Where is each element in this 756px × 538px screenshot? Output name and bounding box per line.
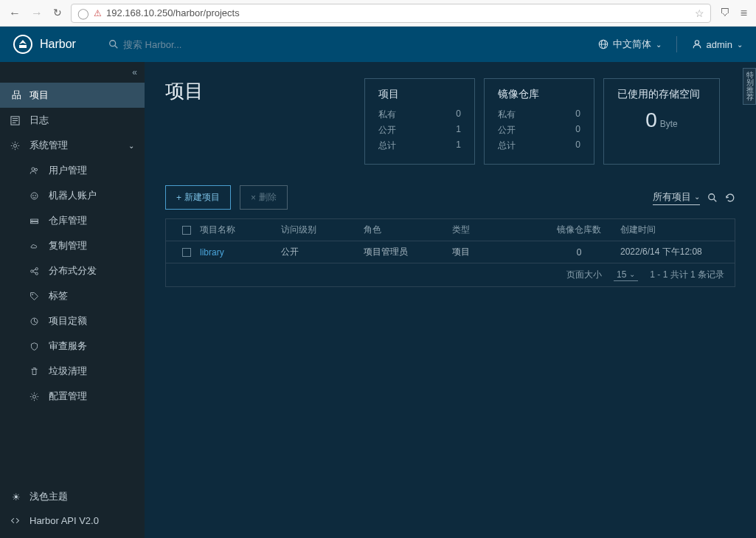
back-button[interactable]: ← [9, 7, 21, 20]
sidebar-item-label: 日志 [30, 114, 49, 127]
sun-icon: ☀ [10, 492, 22, 503]
th-access[interactable]: 访问级别 [281, 224, 364, 236]
user-label: admin [707, 39, 732, 50]
url-bar[interactable]: ◯ ⚠ 192.168.10.250/harbor/projects ☆ [71, 4, 711, 23]
app-body: « 品 项目 日志 系统管理 ⌄ [0, 62, 756, 538]
sidebar-bottom: ☀ 浅色主题 Harbor API V2.0 [0, 484, 145, 538]
search-input[interactable] [123, 39, 271, 50]
brand[interactable]: Harbor [13, 35, 76, 54]
pocket-icon[interactable]: ⛉ [720, 7, 730, 20]
side-tab-label: 特别推荐 [746, 72, 754, 101]
stat-storage-unit: Byte [660, 119, 678, 129]
side-tab-recommend[interactable]: 特别推荐 [743, 68, 756, 105]
svg-point-0 [110, 41, 116, 46]
sidebar-item-registry[interactable]: 仓库管理 [0, 208, 145, 233]
chevron-down-icon: ⌄ [128, 142, 134, 150]
sidebar-item-distribution[interactable]: 分布式分发 [0, 258, 145, 283]
th-type[interactable]: 类型 [452, 224, 538, 236]
filter-label-text: 所有项目 [653, 190, 691, 204]
stat-value: 0 [575, 124, 580, 137]
project-link[interactable]: library [200, 247, 224, 258]
chevron-down-icon: ⌄ [629, 270, 635, 278]
row-checkbox[interactable] [182, 248, 191, 257]
stat-value: 1 [456, 124, 461, 137]
chevron-down-icon: ⌄ [694, 193, 700, 201]
sidebar-item-labels[interactable]: 标签 [0, 283, 145, 308]
sidebar-item-logs[interactable]: 日志 [0, 108, 145, 133]
menu-icon[interactable]: ≡ [741, 7, 747, 20]
sidebar-collapse[interactable]: « [0, 62, 145, 83]
filter-dropdown[interactable]: 所有项目 ⌄ [653, 190, 700, 205]
projects-icon: 品 [10, 89, 22, 102]
forward-button[interactable]: → [31, 7, 43, 20]
sidebar-item-config[interactable]: 配置管理 [0, 384, 145, 409]
sidebar-item-audit[interactable]: 审查服务 [0, 334, 145, 359]
search-icon [108, 39, 119, 49]
shield-icon [30, 342, 41, 351]
button-label: 删除 [259, 191, 277, 204]
svg-line-29 [714, 199, 717, 201]
sidebar-item-label: 复制管理 [49, 239, 87, 252]
table-row[interactable]: library 公开 项目管理员 项目 0 2022/6/14 下午12:08 [166, 241, 735, 263]
sidebar-item-label: 系统管理 [30, 139, 68, 152]
th-time[interactable]: 创建时间 [620, 224, 724, 236]
th-repo[interactable]: 镜像仓库数 [538, 224, 620, 236]
sidebar-item-admin[interactable]: 系统管理 ⌄ [0, 133, 145, 158]
sidebar-item-robot[interactable]: 机器人账户 [0, 183, 145, 208]
record-summary: 1 - 1 共计 1 条记录 [650, 269, 724, 281]
page-title: 项目 [165, 78, 364, 104]
projects-table: 项目名称 访问级别 角色 类型 镜像仓库数 创建时间 library 公开 项目… [165, 218, 735, 287]
sidebar-item-label: 机器人账户 [49, 189, 97, 202]
svg-point-10 [13, 144, 16, 147]
stat-label: 总计 [378, 139, 396, 152]
sidebar-item-gc[interactable]: 垃圾清理 [0, 359, 145, 384]
collapse-icon: « [132, 67, 137, 77]
sidebar-item-label: 项目定额 [49, 314, 87, 328]
pagesize-select[interactable]: 15 ⌄ [614, 269, 638, 281]
language-switcher[interactable]: 中文简体 ⌄ [598, 38, 662, 51]
svg-point-14 [32, 194, 34, 196]
sidebar-item-label: 垃圾清理 [49, 365, 87, 378]
table-footer: 页面大小 15 ⌄ 1 - 1 共计 1 条记录 [166, 263, 735, 286]
sidebar-item-quota[interactable]: 项目定额 [0, 308, 145, 334]
button-label: 新建项目 [184, 191, 220, 204]
refresh-icon[interactable] [725, 193, 735, 203]
sidebar-item-label: 浅色主题 [30, 490, 68, 503]
stat-value: 0 [456, 108, 461, 121]
language-label: 中文简体 [613, 38, 651, 51]
shield-icon: ◯ [77, 7, 89, 19]
sidebar-item-projects[interactable]: 品 项目 [0, 83, 145, 108]
stat-card-projects: 项目 私有0 公开1 总计1 [364, 78, 475, 165]
user-menu[interactable]: admin ⌄ [692, 39, 743, 50]
user-icon [692, 39, 702, 49]
refresh-button[interactable]: ↻ [53, 7, 62, 20]
delete-button[interactable]: × 删除 [240, 185, 288, 210]
main-content: 项目 项目 私有0 公开1 总计1 镜像仓库 私有0 公开0 总计0 [145, 62, 756, 538]
search-icon[interactable] [707, 193, 718, 203]
gear-icon [30, 392, 41, 401]
stat-label: 公开 [498, 124, 516, 137]
svg-point-25 [32, 294, 33, 295]
sidebar-item-label: 审查服务 [49, 339, 87, 353]
svg-line-24 [33, 272, 36, 273]
new-project-button[interactable]: + 新建项目 [165, 185, 231, 210]
sidebar-api-link[interactable]: Harbor API V2.0 [0, 509, 145, 532]
sidebar-item-users[interactable]: 用户管理 [0, 158, 145, 183]
sidebar-item-replication[interactable]: 复制管理 [0, 233, 145, 258]
cell-role: 项目管理员 [364, 246, 452, 258]
th-role[interactable]: 角色 [364, 224, 452, 236]
stat-label: 私有 [378, 108, 396, 121]
th-name[interactable]: 项目名称 [200, 224, 281, 236]
svg-line-23 [33, 269, 36, 271]
users-icon [30, 166, 41, 176]
sidebar-theme-toggle[interactable]: ☀ 浅色主题 [0, 484, 145, 509]
brand-text: Harbor [40, 38, 76, 51]
url-text: 192.168.10.250/harbor/projects [106, 7, 690, 18]
cell-time: 2022/6/14 下午12:08 [620, 246, 724, 258]
table-header-row: 项目名称 访问级别 角色 类型 镜像仓库数 创建时间 [166, 219, 735, 241]
select-all-checkbox[interactable] [182, 226, 191, 235]
api-icon [10, 516, 22, 525]
bookmark-star-icon[interactable]: ☆ [695, 7, 704, 19]
browser-right-icons: ⛉ ≡ [720, 7, 747, 20]
svg-line-1 [115, 46, 118, 49]
